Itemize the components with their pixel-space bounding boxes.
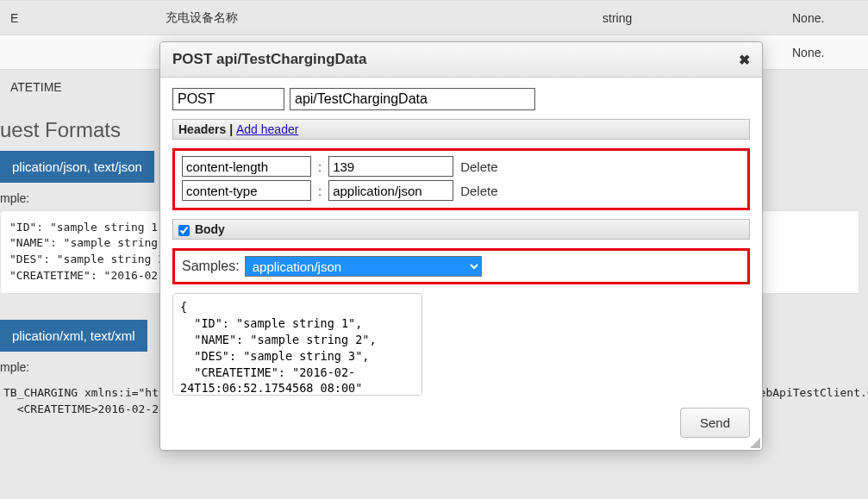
delete-header-link[interactable]: Delete <box>460 159 497 174</box>
body-checkbox[interactable] <box>178 225 190 236</box>
headers-highlight: : Delete : Delete <box>172 148 750 210</box>
samples-label: Samples: <box>182 259 240 274</box>
header-key-input[interactable] <box>182 180 311 201</box>
header-row: : Delete <box>182 156 740 177</box>
bg-cell: None. <box>782 1 868 35</box>
body-section-bar: Body <box>172 219 750 240</box>
header-key-input[interactable] <box>182 156 311 177</box>
header-row: : Delete <box>182 180 740 201</box>
close-icon[interactable]: ✖ <box>739 52 750 68</box>
headers-section-bar: Headers | Add header <box>172 119 750 140</box>
bg-cell: string <box>592 1 782 35</box>
bg-cell: E <box>0 1 155 35</box>
tab-xml[interactable]: plication/xml, text/xml <box>0 320 147 352</box>
colon: : <box>318 159 322 174</box>
samples-select[interactable]: application/json <box>245 256 482 277</box>
colon: : <box>318 184 322 198</box>
header-value-input[interactable] <box>328 180 453 201</box>
delete-header-link[interactable]: Delete <box>460 184 497 198</box>
bg-cell: None. <box>782 35 868 70</box>
bg-cell: ATETIME <box>0 70 155 104</box>
add-header-link[interactable]: Add header <box>236 122 298 136</box>
body-textarea[interactable]: { "ID": "sample string 1", "NAME": "samp… <box>172 293 422 396</box>
samples-highlight: Samples: application/json <box>172 248 750 284</box>
http-verb-input[interactable] <box>172 88 284 110</box>
tab-json[interactable]: plication/json, text/json <box>0 151 154 183</box>
bg-cell <box>0 35 155 70</box>
send-button[interactable]: Send <box>680 408 750 438</box>
bg-cell: 充电设备名称 <box>155 1 592 35</box>
bg-cell <box>782 70 868 104</box>
modal-footer: Send <box>160 408 762 450</box>
header-value-input[interactable] <box>328 156 453 177</box>
modal-titlebar: POST api/TestChargingData ✖ <box>160 42 762 78</box>
http-row <box>172 88 750 110</box>
modal-title-text: POST api/TestChargingData <box>172 51 366 68</box>
http-path-input[interactable] <box>290 88 535 110</box>
test-client-modal: POST api/TestChargingData ✖ Headers | Ad… <box>159 41 763 451</box>
headers-label: Headers <box>178 122 226 136</box>
resize-grip[interactable] <box>748 436 760 448</box>
body-label[interactable]: Body <box>195 222 225 236</box>
